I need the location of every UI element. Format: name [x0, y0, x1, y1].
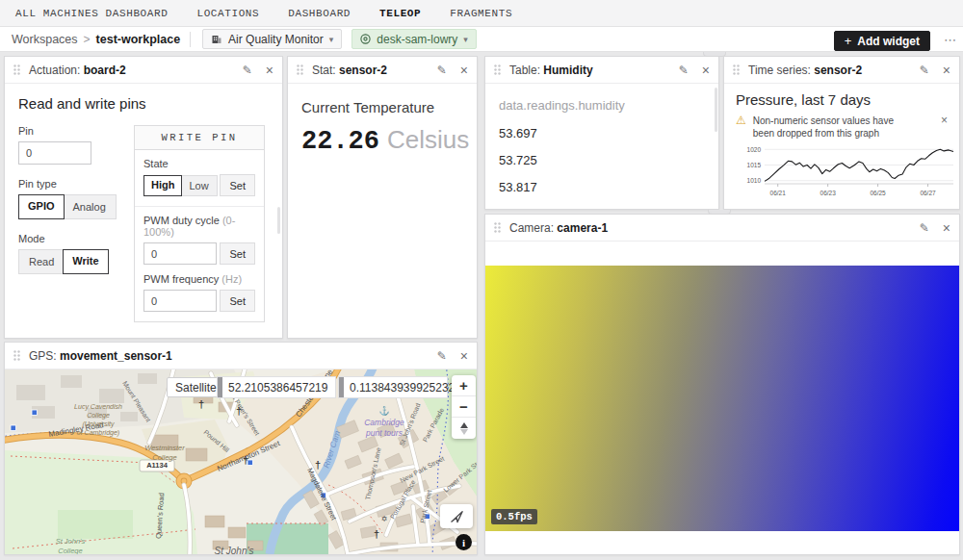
- stat-value-row: 22.26Celsius: [301, 125, 463, 156]
- satellite-toggle-button[interactable]: Satellite: [167, 377, 225, 397]
- machine-icon: [360, 34, 371, 44]
- plus-icon: +: [845, 34, 852, 48]
- zoom-in-button[interactable]: +: [452, 375, 476, 396]
- close-icon[interactable]: ×: [702, 64, 710, 77]
- actuation-heading: Read and write pins: [18, 95, 269, 112]
- breadcrumb-workspaces[interactable]: Workspaces: [12, 33, 78, 46]
- drag-handle-icon[interactable]: [733, 64, 740, 75]
- location-select-label: Air Quality Monitor: [228, 33, 324, 46]
- location-select[interactable]: Air Quality Monitor ▾: [202, 29, 342, 49]
- map-info-button[interactable]: i: [455, 534, 472, 550]
- widget-camera: Camera: camera-1 ✎ × 0.5fps: [484, 214, 960, 555]
- pwm-duty-set-button[interactable]: Set: [220, 242, 255, 265]
- longitude-input[interactable]: 0.11384393992523201: [339, 377, 447, 397]
- warning-banner: ⚠ Non-numeric sensor values have been dr…: [736, 115, 948, 140]
- widget-gps: GPS: movement_sensor-1 ✎ ×: [4, 342, 478, 555]
- pin-type-analog-button[interactable]: Analog: [64, 195, 116, 218]
- widget-header: Actuation: board-2 ✎ ×: [5, 57, 282, 84]
- nav-locations[interactable]: LOCATIONS: [196, 8, 259, 19]
- dismiss-warning-icon[interactable]: ×: [941, 115, 948, 126]
- close-icon[interactable]: ×: [460, 349, 468, 363]
- camera-stream-image: 0.5fps: [485, 266, 959, 531]
- map-label: punt tours: [365, 428, 403, 438]
- pin-input[interactable]: [18, 141, 91, 165]
- chevron-down-icon: ▾: [329, 35, 334, 44]
- workspace-toolbar: Workspaces > test-workplace Air Quality …: [0, 27, 963, 52]
- close-icon[interactable]: ×: [943, 64, 950, 77]
- map-label: †: [236, 405, 242, 417]
- state-low-button[interactable]: Low: [181, 176, 216, 195]
- navigation-arrow-icon: [450, 509, 464, 523]
- map-label: †: [198, 398, 204, 410]
- mode-label: Mode: [18, 233, 132, 244]
- column-splitter-handle[interactable]: [703, 52, 726, 57]
- pin-type-gpio-button[interactable]: GPIO: [18, 194, 65, 219]
- edit-pencil-icon[interactable]: ✎: [679, 64, 689, 76]
- mode-read-button[interactable]: Read: [19, 250, 64, 273]
- close-icon[interactable]: ×: [943, 221, 950, 235]
- map-label: (University: [82, 420, 115, 428]
- add-widget-button[interactable]: + Add widget: [834, 31, 930, 51]
- nav-fragments[interactable]: FRAGMENTS: [450, 8, 512, 19]
- map-label: †: [243, 454, 248, 466]
- scrollbar-thumb[interactable]: [715, 88, 717, 132]
- widget-title: Stat: sensor-2: [312, 64, 387, 77]
- svg-text:06/27: 06/27: [920, 190, 936, 196]
- edit-pencil-icon[interactable]: ✎: [437, 350, 447, 362]
- mode-write-button[interactable]: Write: [63, 249, 108, 274]
- widget-header: Table: Humidity ✎ ×: [485, 57, 718, 84]
- drag-handle-icon[interactable]: [297, 64, 303, 75]
- drag-handle-icon[interactable]: [13, 350, 20, 361]
- stat-unit: Celsius: [387, 125, 469, 154]
- edit-pencil-icon[interactable]: ✎: [920, 222, 929, 234]
- table-row: 53.817: [499, 174, 705, 201]
- map-label: of Cambridge): [77, 429, 119, 437]
- state-high-button[interactable]: High: [143, 175, 182, 196]
- drag-handle-icon[interactable]: [494, 222, 501, 233]
- machine-select[interactable]: desk-sam-lowry ▾: [351, 29, 477, 49]
- nav-dashboard[interactable]: DASHBOARD: [288, 8, 351, 19]
- latitude-input[interactable]: 52.2105386457219: [218, 377, 335, 397]
- locate-me-button[interactable]: [440, 504, 473, 528]
- table-column-header: data.readings.humidity: [499, 91, 705, 120]
- pwm-duty-input[interactable]: [143, 242, 217, 265]
- drag-handle-icon[interactable]: [494, 64, 501, 75]
- state-set-button[interactable]: Set: [220, 174, 255, 196]
- map-label: ⚓: [378, 405, 390, 417]
- edit-pencil-icon[interactable]: ✎: [437, 64, 447, 76]
- widget-header: Time series: sensor-2 ✎ ×: [724, 57, 959, 84]
- pwm-frequency-input[interactable]: [143, 290, 217, 312]
- map-label: Westminster: [144, 444, 185, 452]
- top-nav-bar: ALL MACHINES DASHBOARD LOCATIONS DASHBOA…: [0, 0, 963, 27]
- mode-toggle: Read Write: [18, 249, 109, 274]
- map-label: College: [58, 547, 82, 554]
- widget-title: Camera: camera-1: [509, 221, 608, 235]
- chart-title: Pressure, last 7 days: [736, 91, 948, 108]
- close-icon[interactable]: ×: [460, 64, 468, 77]
- fps-badge: 0.5fps: [491, 509, 537, 524]
- map-label: A1134: [146, 461, 169, 470]
- map-canvas[interactable]: Mount PleasantMadingley RoadLucy Cavendi…: [5, 369, 477, 554]
- widget-header: Stat: sensor-2 ✎ ×: [288, 57, 477, 84]
- svg-text:06/21: 06/21: [770, 190, 787, 196]
- edit-pencil-icon[interactable]: ✎: [920, 64, 929, 76]
- compass-tilt-button[interactable]: [452, 418, 476, 439]
- warning-text: Non-numeric sensor values have been drop…: [753, 115, 905, 140]
- location-icon: [211, 34, 222, 45]
- close-icon[interactable]: ×: [266, 64, 273, 77]
- zoom-out-button[interactable]: −: [452, 396, 476, 418]
- pwm-frequency-set-button[interactable]: Set: [220, 290, 255, 312]
- machine-select-label: desk-sam-lowry: [377, 33, 457, 46]
- widget-timeseries: Time series: sensor-2 ✎ × Pressure, last…: [723, 56, 960, 210]
- map-zoom-controls: + −: [452, 375, 476, 439]
- chevron-down-icon: ▾: [463, 35, 468, 44]
- pin-type-label: Pin type: [18, 178, 132, 190]
- toolbar-divider: [190, 32, 191, 47]
- edit-pencil-icon[interactable]: ✎: [243, 64, 252, 76]
- nav-all-machines-dashboard[interactable]: ALL MACHINES DASHBOARD: [15, 8, 168, 19]
- nav-teleop[interactable]: TELEOP: [379, 8, 421, 19]
- row-splitter-handle[interactable]: [708, 210, 731, 215]
- overflow-menu-button[interactable]: ⋯: [944, 33, 957, 47]
- drag-handle-icon[interactable]: [13, 64, 20, 75]
- scrollbar-thumb[interactable]: [277, 207, 280, 234]
